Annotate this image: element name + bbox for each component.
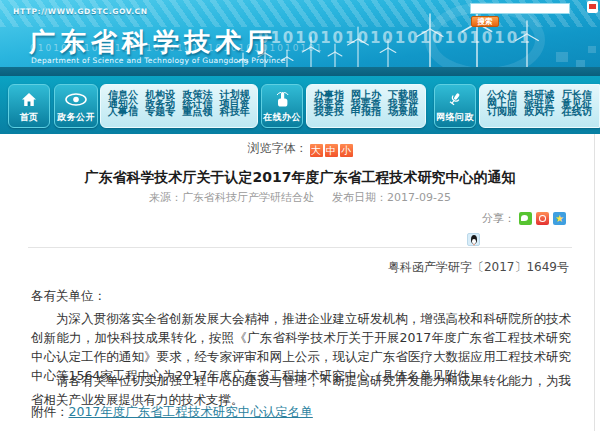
nav-menu-panel-feedback: 公众信网上问订阅服 科研诚派驻监政风行 厅长信意见征在线访: [479, 84, 600, 128]
article-meta: 来源：广东省科技厅产学研结合处发布日期：2017-09-25: [0, 190, 600, 205]
content-divider: [28, 247, 572, 248]
nav-menu-panel-gov: 信息公通知公人事信 机构设政务动专题专 政策法统计信重点领 计划规项目资科技年: [100, 84, 258, 128]
square-decoration: [556, 52, 568, 62]
font-size-large-button[interactable]: 大: [310, 144, 323, 157]
article-title: 广东省科学技术厅关于认定2017年度广东省工程技术研究中心的通知: [0, 169, 600, 187]
qq-share-icon[interactable]: [467, 233, 480, 246]
qzone-share-icon[interactable]: [553, 212, 566, 225]
nav-gov-open-button[interactable]: 政务公开: [54, 84, 98, 128]
date-value: 2017-09-25: [387, 191, 451, 204]
font-size-toolbar: 浏览字体：大中小: [0, 140, 600, 157]
nav-menu-column[interactable]: 办事指我要咨我要投: [314, 91, 346, 127]
nav-menu-column[interactable]: 信息公通知公人事信: [108, 91, 140, 127]
square-decoration: [576, 60, 585, 67]
nav-online-office-button[interactable]: 在线办公: [261, 84, 303, 128]
salutation: 各有关单位：: [31, 288, 106, 305]
nav-home-label: 首页: [9, 111, 49, 124]
font-size-small-button[interactable]: 小: [340, 144, 353, 157]
nav-menu-column[interactable]: 机构设政务动专题专: [145, 91, 177, 127]
nav-menu-column[interactable]: 政策法统计信重点领: [183, 91, 215, 127]
scrollbar-edge: [594, 134, 595, 431]
share-bar: 分享：: [482, 211, 566, 226]
nav-menu-column[interactable]: 公众信网上问订阅服: [487, 91, 519, 127]
site-title: 广东省科学技术厅: [29, 25, 277, 60]
nav-feedback-label: 网络问政: [435, 111, 475, 124]
nav-menu-column[interactable]: 下载服我要评场景服: [388, 91, 420, 127]
wechat-share-icon[interactable]: [519, 212, 532, 225]
share-label: 分享：: [482, 211, 515, 226]
font-size-medium-button[interactable]: 中: [325, 144, 338, 157]
site-subtitle: Department of Science and Technology of …: [31, 56, 286, 65]
document-number: 粤科函产学研字〔2017〕1649号: [388, 259, 569, 276]
search-button[interactable]: 搜索: [471, 16, 499, 27]
nav-home-button[interactable]: 首页: [8, 84, 50, 128]
nav-feedback-button[interactable]: 网络问政: [434, 84, 476, 128]
nav-gov-open-label: 政务公开: [55, 111, 97, 124]
corner-badge-icon[interactable]: [587, 1, 598, 13]
main-nav: 首页 政务公开 信息公通知公人事信 机构设政务动专题专 政策法统计信重点领 计划…: [0, 76, 600, 134]
date-label: 发布日期：: [332, 191, 387, 204]
nav-online-office-label: 在线办公: [262, 111, 302, 124]
source-label: 来源：: [149, 191, 182, 204]
nav-menu-column[interactable]: 科研诚派驻监政风行: [524, 91, 556, 127]
hand-cursor-icon: [262, 87, 302, 111]
source-value: 广东省科技厅产学研结合处: [182, 191, 314, 204]
search-input[interactable]: [470, 3, 570, 14]
microphone-icon: [435, 87, 475, 111]
attachment-link[interactable]: 2017年度广东省工程技术研究中心认定名单: [69, 404, 313, 419]
attachment-label: 附件：: [31, 404, 69, 419]
eye-icon: [55, 87, 97, 111]
share-bar-row2: [467, 229, 480, 242]
nav-menu-panel-office: 办事指我要咨我要投 网上办我要查申报指 下载服我要评场景服: [306, 84, 426, 128]
header-divider-strip: [0, 67, 600, 76]
nav-menu-column[interactable]: 网上办我要查申报指: [351, 91, 383, 127]
home-icon: [9, 87, 49, 111]
nav-menu-column[interactable]: 计划规项目资科技年: [220, 91, 252, 127]
square-decoration: [588, 46, 596, 53]
page: 0101010101010101010101 01010101010101010…: [0, 0, 600, 431]
font-size-label: 浏览字体：: [248, 141, 308, 155]
site-url: HTTP://WWW.GDSTC.GOV.CN: [13, 7, 148, 16]
weibo-share-icon[interactable]: [536, 212, 549, 225]
nav-menu-column[interactable]: 厅长信意见征在线访: [562, 91, 594, 127]
attachment-row: 附件：2017年度广东省工程技术研究中心认定名单: [31, 404, 313, 421]
site-header: 0101010101010101010101 01010101010101010…: [0, 0, 600, 67]
